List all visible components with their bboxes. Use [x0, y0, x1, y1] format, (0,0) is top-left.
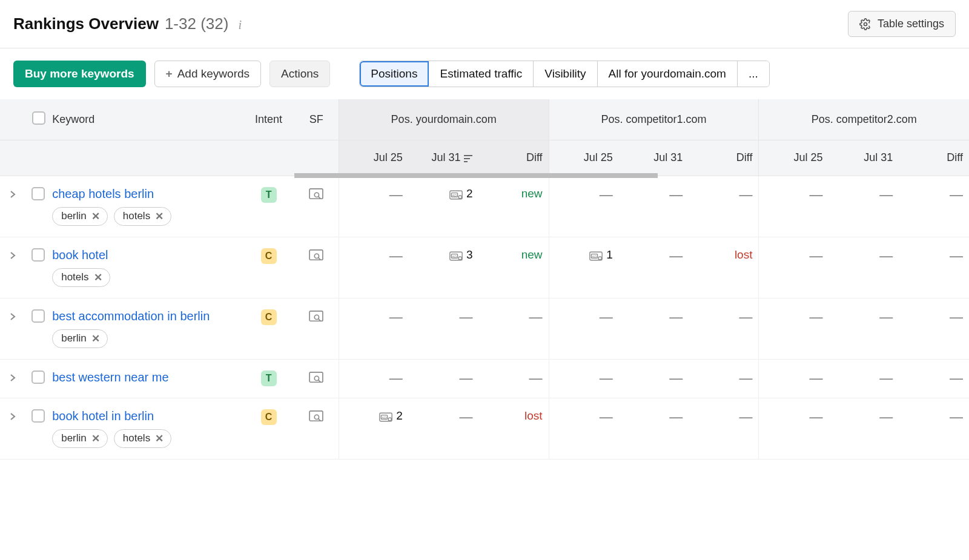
empty-value: — — [810, 309, 823, 324]
empty-value: — — [879, 309, 893, 324]
row-checkbox[interactable] — [31, 248, 45, 262]
ad-icon: AD — [449, 188, 463, 200]
remove-tag-icon[interactable]: ✕ — [91, 432, 100, 445]
remove-tag-icon[interactable]: ✕ — [155, 210, 164, 223]
serp-features-icon[interactable] — [309, 409, 323, 422]
empty-value: — — [810, 371, 823, 386]
row-checkbox[interactable] — [31, 187, 45, 200]
actions-button[interactable]: Actions — [270, 61, 330, 87]
keyword-link[interactable]: book hotel — [52, 248, 108, 262]
col-c2-diff[interactable]: Diff — [899, 140, 969, 176]
table-row: best western near meT————————— — [0, 359, 969, 398]
add-keywords-button[interactable]: + Add keywords — [154, 61, 261, 87]
table-settings-label: Table settings — [878, 18, 944, 30]
empty-value: — — [600, 187, 613, 202]
serp-features-icon[interactable] — [309, 371, 323, 383]
svg-point-10 — [458, 196, 461, 199]
col-c2-jul25[interactable]: Jul 25 — [759, 140, 829, 176]
col-group-yourdomain: Pos. yourdomain.com — [339, 99, 549, 140]
keyword-link[interactable]: best accommodation in berlin — [52, 309, 210, 323]
table-row: book hotelhotels ✕C—AD3newAD1—lost——— — [0, 237, 969, 298]
col-c1-jul25[interactable]: Jul 25 — [549, 140, 619, 176]
empty-value: — — [810, 409, 823, 424]
row-checkbox[interactable] — [31, 309, 45, 323]
empty-value: — — [879, 187, 893, 202]
col-sf[interactable]: SF — [294, 99, 339, 140]
keyword-link[interactable]: cheap hotels berlin — [52, 187, 154, 200]
tab-all-for-domain[interactable]: All for yourdomain.com — [598, 61, 738, 87]
svg-point-23 — [314, 315, 319, 319]
expand-row-toggle[interactable] — [0, 359, 25, 398]
empty-value: — — [950, 409, 963, 424]
buy-keywords-button[interactable]: Buy more keywords — [13, 61, 146, 87]
intent-badge: T — [261, 371, 277, 386]
serp-features-icon[interactable] — [309, 309, 323, 322]
position-value: 2 — [396, 409, 403, 422]
keyword-tag[interactable]: berlin ✕ — [52, 429, 108, 448]
remove-tag-icon[interactable]: ✕ — [94, 271, 102, 284]
svg-point-34 — [388, 418, 391, 421]
svg-point-26 — [314, 376, 319, 380]
row-checkbox[interactable] — [31, 409, 45, 423]
col-c2-jul31[interactable]: Jul 31 — [829, 140, 899, 176]
view-tabs: Positions Estimated traffic Visibility A… — [359, 61, 769, 87]
tab-visibility[interactable]: Visibility — [534, 61, 597, 87]
empty-value: — — [389, 309, 403, 324]
intent-badge: C — [261, 409, 277, 425]
col-your-jul25[interactable]: Jul 25 — [339, 140, 409, 176]
table-settings-button[interactable]: Table settings — [848, 11, 956, 37]
serp-features-icon[interactable] — [309, 248, 323, 261]
empty-value: — — [879, 409, 893, 424]
serp-features-icon[interactable] — [309, 187, 323, 200]
col-group-competitor2: Pos. competitor2.com — [759, 99, 969, 140]
diff-lost: lost — [524, 409, 543, 422]
tab-more[interactable]: ... — [738, 61, 769, 87]
empty-value: — — [669, 248, 683, 263]
tab-positions[interactable]: Positions — [360, 61, 429, 87]
plus-icon: + — [166, 67, 173, 81]
horizontal-scrollbar[interactable] — [294, 173, 658, 178]
expand-row-toggle[interactable] — [0, 298, 25, 359]
empty-value: — — [739, 371, 752, 386]
svg-point-17 — [458, 257, 461, 260]
col-intent[interactable]: Intent — [243, 99, 294, 140]
keyword-tag[interactable]: hotels ✕ — [114, 429, 171, 448]
keyword-tag[interactable]: hotels ✕ — [52, 268, 110, 287]
remove-tag-icon[interactable]: ✕ — [155, 432, 164, 445]
page-range: 1-32 (32) — [165, 15, 229, 33]
expand-row-toggle[interactable] — [0, 176, 25, 237]
expand-row-toggle[interactable] — [0, 398, 25, 459]
position-value: 2 — [466, 187, 473, 200]
empty-value: — — [389, 371, 403, 386]
col-c1-diff[interactable]: Diff — [689, 140, 759, 176]
keyword-tag[interactable]: berlin ✕ — [52, 329, 108, 348]
remove-tag-icon[interactable]: ✕ — [91, 332, 100, 345]
gear-icon — [859, 18, 871, 30]
col-your-jul31[interactable]: Jul 31 — [409, 140, 479, 176]
ad-icon: AD — [449, 249, 463, 262]
keyword-tag[interactable]: berlin ✕ — [52, 207, 108, 226]
svg-text:AD: AD — [592, 254, 597, 258]
table-row: best accommodation in berlinberlin ✕C———… — [0, 298, 969, 359]
row-checkbox[interactable] — [31, 371, 45, 384]
empty-value: — — [739, 187, 752, 202]
empty-value: — — [810, 248, 823, 263]
intent-badge: C — [261, 309, 277, 325]
empty-value: — — [389, 248, 403, 263]
keyword-link[interactable]: book hotel in berlin — [52, 409, 154, 423]
empty-value: — — [459, 409, 472, 424]
remove-tag-icon[interactable]: ✕ — [91, 210, 100, 223]
col-your-diff[interactable]: Diff — [478, 140, 549, 176]
empty-value: — — [950, 309, 963, 324]
info-icon[interactable]: i — [238, 18, 242, 32]
diff-new: new — [521, 187, 543, 200]
keyword-link[interactable]: best western near me — [52, 371, 168, 384]
empty-value: — — [389, 187, 403, 202]
col-c1-jul31[interactable]: Jul 31 — [619, 140, 689, 176]
keyword-tag[interactable]: hotels ✕ — [114, 207, 171, 226]
expand-row-toggle[interactable] — [0, 237, 25, 298]
tab-estimated-traffic[interactable]: Estimated traffic — [429, 61, 534, 87]
empty-value: — — [810, 187, 823, 202]
select-all-checkbox[interactable] — [32, 111, 45, 125]
col-keyword[interactable]: Keyword — [52, 99, 243, 140]
